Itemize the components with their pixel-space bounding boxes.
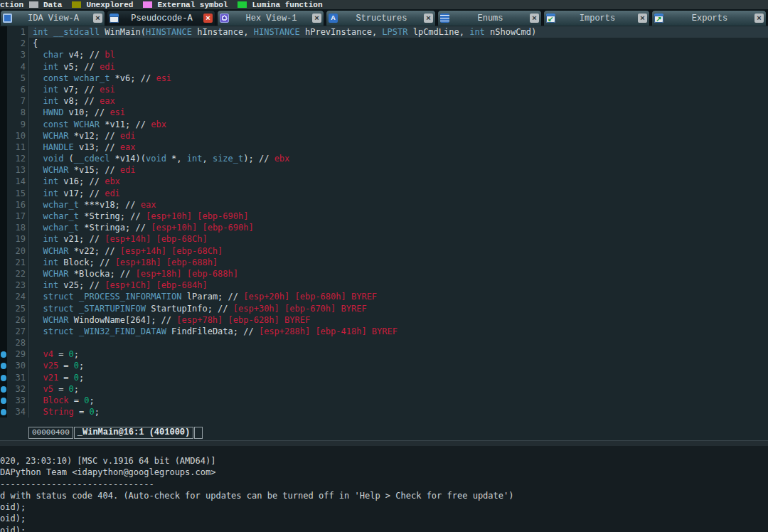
code-line[interactable]: 22 WCHAR *Blocka; // [esp+18h] [ebp-688h…: [0, 268, 768, 280]
code-text[interactable]: int v7; // esi: [29, 84, 768, 95]
pseudocode-icon: [110, 14, 119, 23]
code-line[interactable]: 28: [0, 337, 768, 349]
code-line[interactable]: 14 int v16; // ebx: [0, 176, 768, 187]
code-text[interactable]: int v17; // edi: [29, 188, 768, 199]
code-line[interactable]: 2{: [0, 38, 768, 49]
code-line[interactable]: 11 HANDLE v13; // eax: [0, 142, 768, 153]
code-line[interactable]: 32 v5 = 0;: [0, 383, 768, 395]
code-text[interactable]: int v25; // [esp+1Ch] [ebp-684h]: [29, 280, 768, 291]
code-line[interactable]: 24 struct _PROCESS_INFORMATION lParam; /…: [0, 291, 768, 302]
code-text[interactable]: [29, 337, 768, 349]
window-splitter[interactable]: [0, 440, 768, 446]
code-text[interactable]: {: [29, 38, 768, 49]
code-line[interactable]: 13 WCHAR *v15; // edi: [0, 164, 768, 176]
code-text[interactable]: v21 = 0;: [29, 372, 768, 383]
code-text[interactable]: v4 = 0;: [29, 349, 768, 360]
code-line[interactable]: 20 WCHAR *v22; // [esp+14h] [ebp-68Ch]: [0, 245, 768, 257]
code-text[interactable]: WCHAR WindowName[264]; // [esp+78h] [ebp…: [29, 314, 768, 326]
code-line[interactable]: 26 WCHAR WindowName[264]; // [esp+78h] […: [0, 314, 768, 326]
code-line[interactable]: 6 int v7; // esi: [0, 84, 768, 95]
address-marker-dot: [1, 351, 6, 358]
code-line[interactable]: 29 v4 = 0;: [0, 349, 768, 360]
code-text[interactable]: WCHAR *v12; // edi: [29, 130, 768, 142]
code-text[interactable]: WCHAR *v15; // edi: [29, 164, 768, 176]
code-text[interactable]: wchar_t *Stringa; // [esp+10h] [ebp-690h…: [29, 222, 768, 233]
code-text[interactable]: int v5; // edi: [29, 61, 768, 73]
code-line[interactable]: 19 int v21; // [esp+14h] [ebp-68Ch]: [0, 233, 768, 245]
code-text[interactable]: wchar_t *String; // [esp+10h] [ebp-690h]: [29, 211, 768, 222]
code-text[interactable]: const wchar_t *v6; // esi: [29, 73, 768, 84]
breakpoint-margin: [0, 349, 7, 360]
code-line[interactable]: 5 const wchar_t *v6; // esi: [0, 73, 768, 84]
tab-close-icon[interactable]: ×: [638, 14, 647, 23]
tab-ida-view-a[interactable]: IDA View-A×: [0, 10, 105, 26]
code-line[interactable]: 8 HWND v10; // esi: [0, 107, 768, 118]
pseudocode-lines: 1int __stdcall WinMain(HINSTANCE hInstan…: [0, 26, 768, 417]
breakpoint-margin: [0, 222, 7, 233]
code-line[interactable]: 9 const WCHAR *v11; // ebx: [0, 119, 768, 130]
tab-close-icon[interactable]: ×: [312, 14, 321, 23]
pseudocode-panel[interactable]: 1int __stdcall WinMain(HINSTANCE hInstan…: [0, 26, 768, 440]
code-line[interactable]: 27 struct _WIN32_FIND_DATAW FindFileData…: [0, 326, 768, 337]
line-number: 24: [7, 291, 29, 302]
line-number: 14: [7, 176, 29, 187]
tab-hex-view-1[interactable]: Hex View-1×: [217, 10, 324, 26]
code-line[interactable]: 23 int v25; // [esp+1Ch] [ebp-684h]: [0, 280, 768, 291]
tab-close-icon[interactable]: ×: [203, 14, 213, 23]
code-text[interactable]: struct _WIN32_FIND_DATAW FindFileData; /…: [29, 326, 768, 337]
code-line[interactable]: 7 int v8; // eax: [0, 95, 768, 107]
code-text[interactable]: wchar_t ***v18; // eax: [29, 199, 768, 211]
legend-item: Unexplored: [72, 1, 133, 9]
tab-close-icon[interactable]: ×: [424, 14, 433, 23]
code-line[interactable]: 33 Block = 0;: [0, 395, 768, 406]
legend-color-swatch: [72, 1, 81, 8]
code-text[interactable]: WCHAR *Blocka; // [esp+18h] [ebp-688h]: [29, 268, 768, 280]
code-text[interactable]: const WCHAR *v11; // ebx: [29, 119, 768, 130]
code-line[interactable]: 3 char v4; // bl: [0, 49, 768, 60]
code-line[interactable]: 10 WCHAR *v12; // edi: [0, 130, 768, 142]
code-text[interactable]: WCHAR *v22; // [esp+14h] [ebp-68Ch]: [29, 245, 768, 257]
code-text[interactable]: void (__cdecl *v14)(void *, int, size_t)…: [29, 153, 768, 164]
line-number: 13: [7, 164, 29, 176]
code-text[interactable]: int __stdcall WinMain(HINSTANCE hInstanc…: [29, 26, 768, 38]
tab-imports[interactable]: ↙Imports×: [543, 10, 650, 26]
code-line[interactable]: 31 v21 = 0;: [0, 372, 768, 383]
code-line[interactable]: 21 int Block; // [esp+18h] [ebp-688h]: [0, 257, 768, 268]
code-text[interactable]: int v21; // [esp+14h] [ebp-68Ch]: [29, 233, 768, 245]
hex-view-icon: [220, 14, 229, 23]
breakpoint-margin: [0, 406, 7, 417]
code-text[interactable]: int Block; // [esp+18h] [ebp-688h]: [29, 257, 768, 268]
code-line[interactable]: 4 int v5; // edi: [0, 61, 768, 73]
legend-item: Lumina function: [238, 1, 322, 9]
code-line[interactable]: 30 v25 = 0;: [0, 360, 768, 371]
code-text[interactable]: HWND v10; // esi: [29, 107, 768, 118]
tab-close-icon[interactable]: ×: [530, 14, 539, 23]
code-text[interactable]: HANDLE v13; // eax: [29, 142, 768, 153]
code-text[interactable]: char v4; // bl: [29, 49, 768, 60]
tab-structures[interactable]: AStructures×: [326, 10, 436, 26]
code-text[interactable]: v25 = 0;: [29, 360, 768, 371]
tab-enums[interactable]: Enums×: [437, 10, 542, 26]
tab-pseudocode-a[interactable]: Pseudocode-A×: [107, 10, 215, 26]
code-line[interactable]: 16 wchar_t ***v18; // eax: [0, 199, 768, 211]
tab-close-icon[interactable]: ×: [754, 14, 764, 23]
tab-exports[interactable]: ↗Exports×: [651, 10, 767, 26]
code-text[interactable]: struct _STARTUPINFOW StartupInfo; // [es…: [29, 303, 768, 314]
code-line[interactable]: 1int __stdcall WinMain(HINSTANCE hInstan…: [0, 26, 768, 38]
code-text[interactable]: struct _PROCESS_INFORMATION lParam; // […: [29, 291, 768, 302]
code-line[interactable]: 25 struct _STARTUPINFOW StartupInfo; // …: [0, 303, 768, 314]
code-text[interactable]: String = 0;: [29, 406, 768, 417]
code-line[interactable]: 15 int v17; // edi: [0, 188, 768, 199]
code-line[interactable]: 12 void (__cdecl *v14)(void *, int, size…: [0, 153, 768, 164]
output-window[interactable]: 020, 23:03:10) [MSC v.1916 64 bit (AMD64…: [0, 446, 768, 532]
breakpoint-margin: [0, 176, 7, 187]
code-text[interactable]: Block = 0;: [29, 395, 768, 406]
code-line[interactable]: 34 String = 0;: [0, 406, 768, 417]
code-text[interactable]: int v16; // ebx: [29, 176, 768, 187]
code-text[interactable]: int v8; // eax: [29, 95, 768, 107]
code-line[interactable]: 18 wchar_t *Stringa; // [esp+10h] [ebp-6…: [0, 222, 768, 233]
code-line[interactable]: 17 wchar_t *String; // [esp+10h] [ebp-69…: [0, 211, 768, 222]
line-number: 27: [7, 326, 29, 337]
tab-close-icon[interactable]: ×: [93, 14, 102, 23]
code-text[interactable]: v5 = 0;: [29, 383, 768, 395]
